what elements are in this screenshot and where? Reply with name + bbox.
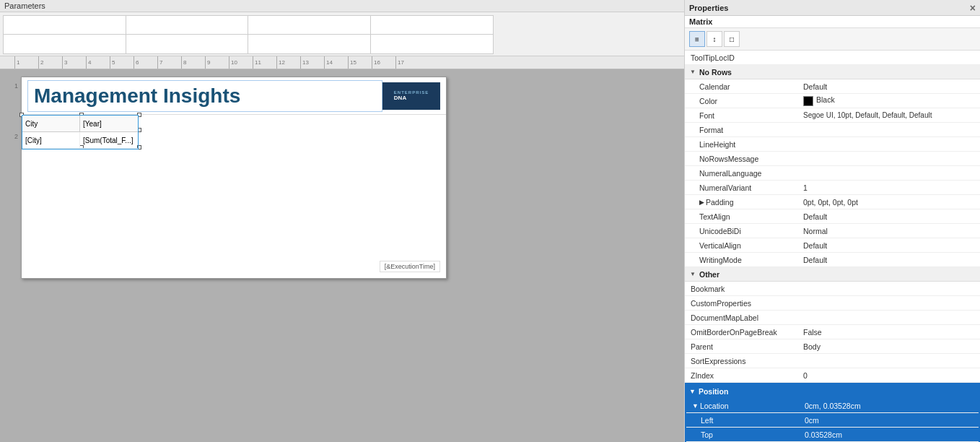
close-button[interactable]: × bbox=[970, 2, 976, 14]
prop-textalign: TextAlign Default bbox=[685, 209, 980, 224]
prop-label-sortexpressions: SortExpressions bbox=[685, 356, 800, 366]
prop-label-customproperties: CustomProperties bbox=[685, 298, 800, 308]
ruler-marks: 1 2 3 4 5 6 7 8 9 10 11 12 13 14 15 16 1… bbox=[14, 56, 419, 69]
ruler: 1 2 3 4 5 6 7 8 9 10 11 12 13 14 15 16 1… bbox=[0, 56, 684, 69]
design-area: 1 2 Management Insights ENTERPRISE DNA bbox=[0, 69, 684, 442]
param-cell-1 bbox=[4, 16, 126, 35]
norows-collapse-icon: ▼ bbox=[688, 67, 698, 77]
ruler-mark-1: 1 bbox=[14, 56, 38, 69]
prop-value-textalign: Default bbox=[800, 212, 980, 222]
param-cell-7 bbox=[248, 35, 371, 53]
prop-calendar: Calendar Default bbox=[685, 79, 980, 94]
properties-content[interactable]: Matrix ≡ ↕ □ ToolTipLocID ▼ No Rows Cale… bbox=[685, 16, 980, 442]
prop-customproperties: CustomProperties bbox=[685, 296, 980, 311]
prop-label-bookmark: Bookmark bbox=[685, 284, 800, 294]
report-footer: [&ExecutionTime] bbox=[380, 261, 440, 272]
matrix-container: City [Year] [City] [Sum(Total_F...] bbox=[22, 115, 139, 150]
matrix-section-header: Matrix bbox=[685, 16, 980, 28]
prop-font: Font Segoe UI, 10pt, Default, Default, D… bbox=[685, 108, 980, 123]
prop-sortexpressions: SortExpressions bbox=[685, 354, 980, 368]
prop-label-left: Left bbox=[686, 415, 802, 425]
prop-toolbar: ≡ ↕ □ bbox=[685, 28, 980, 51]
parameters-title: Parameters bbox=[0, 0, 684, 12]
ruler-mark-16: 16 bbox=[372, 56, 395, 69]
prop-top: Top 0.03528cm bbox=[686, 428, 979, 442]
ruler-mark-6: 6 bbox=[134, 56, 157, 69]
ruler-mark-17: 17 bbox=[395, 56, 419, 69]
ruler-mark-11: 11 bbox=[253, 56, 276, 69]
prop-label-padding: ▶Padding bbox=[685, 197, 800, 207]
matrix-label: Matrix bbox=[689, 17, 712, 26]
prop-value-lineheight bbox=[800, 144, 980, 145]
matrix-table[interactable]: City [Year] [City] [Sum(Total_F...] bbox=[22, 115, 139, 150]
properties-titlebar: Properties × bbox=[685, 0, 980, 16]
prop-bookmark: Bookmark bbox=[685, 282, 980, 296]
position-section: ▼ Position ▼ Location 0cm, 0.03528cm Lef… bbox=[685, 383, 980, 442]
prop-unicodebidi: UnicodeBiDi Normal bbox=[685, 224, 980, 238]
prop-label-textalign: TextAlign bbox=[685, 212, 800, 222]
prop-left: Left 0cm bbox=[686, 413, 979, 428]
matrix-header-city: City bbox=[22, 116, 80, 131]
prop-writingmode: WritingMode Default bbox=[685, 253, 980, 267]
prop-label-parent: Parent bbox=[685, 342, 800, 352]
parameters-content bbox=[0, 12, 684, 57]
prop-value-writingmode: Default bbox=[800, 255, 980, 265]
prop-label-location: ▼ Location bbox=[686, 401, 802, 411]
ruler-mark-10: 10 bbox=[229, 56, 253, 69]
matrix-data-total: [Sum(Total_F...] bbox=[80, 132, 138, 148]
ruler-mark-3: 3 bbox=[62, 56, 86, 69]
ruler-num-2: 2 bbox=[14, 133, 18, 140]
report-header: Management Insights ENTERPRISE DNA bbox=[22, 77, 446, 115]
param-cell-8 bbox=[371, 35, 494, 53]
ruler-mark-13: 13 bbox=[300, 56, 324, 69]
other-section-label: Other bbox=[699, 270, 719, 279]
position-section-label: Position bbox=[699, 387, 728, 396]
prop-numerallanguage: NumeralLanguage bbox=[685, 166, 980, 181]
param-cell-2 bbox=[126, 16, 249, 35]
matrix-header-year: [Year] bbox=[80, 116, 138, 131]
left-numbers: 1 2 bbox=[14, 82, 18, 140]
prop-value-verticalalign: Default bbox=[800, 240, 980, 251]
matrix-data-row: [City] [Sum(Total_F...] bbox=[22, 132, 138, 149]
ruler-mark-14: 14 bbox=[324, 56, 348, 69]
prop-label-format: Format bbox=[685, 125, 800, 135]
ruler-mark-12: 12 bbox=[276, 56, 300, 69]
prop-label-tooltiplocid: ToolTipLocID bbox=[685, 53, 800, 63]
prop-parent: Parent Body bbox=[685, 339, 980, 354]
prop-value-numeralvariant: 1 bbox=[800, 183, 980, 193]
prop-label-calendar: Calendar bbox=[685, 82, 800, 92]
prop-norowsmessage: NoRowsMessage bbox=[685, 152, 980, 166]
prop-value-unicodebidi: Normal bbox=[800, 226, 980, 236]
ruler-mark-5: 5 bbox=[110, 56, 134, 69]
properties-panel-title: Properties bbox=[689, 4, 728, 12]
ruler-mark-9: 9 bbox=[205, 56, 229, 69]
prop-label-writingmode: WritingMode bbox=[685, 255, 800, 265]
prop-padding: ▶Padding 0pt, 0pt, 0pt, 0pt bbox=[685, 195, 980, 209]
prop-value-top: 0.03528cm bbox=[802, 430, 845, 440]
location-collapse-icon: ▼ bbox=[692, 402, 699, 410]
report-canvas[interactable]: Management Insights ENTERPRISE DNA bbox=[21, 77, 447, 279]
prop-color: Color Black bbox=[685, 94, 980, 108]
prop-documentmaplabel: DocumentMapLabel bbox=[685, 311, 980, 325]
prop-label-lineheight: LineHeight bbox=[685, 139, 800, 150]
prop-value-norowsmessage bbox=[800, 158, 980, 160]
color-swatch-black bbox=[803, 96, 813, 106]
prop-value-format bbox=[800, 129, 980, 131]
prop-value-zindex: 0 bbox=[800, 370, 980, 381]
prop-label-numeralvariant: NumeralVariant bbox=[685, 183, 800, 193]
toolbar-btn-view[interactable]: □ bbox=[724, 31, 740, 47]
prop-label-omitborder: OmitBorderOnPageBreak bbox=[685, 327, 800, 337]
toolbar-btn-list[interactable]: ≡ bbox=[689, 31, 705, 47]
prop-label-top: Top bbox=[686, 430, 802, 440]
prop-omitborder: OmitBorderOnPageBreak False bbox=[685, 325, 980, 339]
prop-value-padding: 0pt, 0pt, 0pt, 0pt bbox=[800, 197, 980, 207]
prop-value-calendar: Default bbox=[800, 82, 980, 92]
ruler-mark-7: 7 bbox=[157, 56, 181, 69]
position-section-header[interactable]: ▼ Position bbox=[686, 384, 979, 399]
report-title: Management Insights bbox=[34, 84, 376, 108]
prop-label-norowsmessage: NoRowsMessage bbox=[685, 154, 800, 164]
prop-value-omitborder: False bbox=[800, 327, 980, 337]
norows-section[interactable]: ▼ No Rows bbox=[685, 65, 980, 79]
other-section[interactable]: ▼ Other bbox=[685, 267, 980, 282]
toolbar-btn-sort[interactable]: ↕ bbox=[706, 31, 722, 47]
